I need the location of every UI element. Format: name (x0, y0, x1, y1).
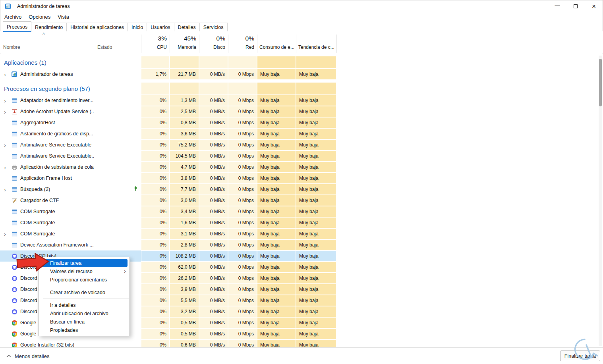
process-row-google-installer-32-bits[interactable]: Google Installer (32 bits)0%0,6 MB0 MB/s… (0, 339, 603, 347)
column-header-red[interactable]: 0%Red (228, 31, 257, 53)
column-header-nombre[interactable]: Nombre (3, 44, 20, 50)
cell-net: 0 Mbps (228, 306, 257, 317)
process-row-antimalware-service-executable[interactable]: Antimalware Service Executable...0%104,5… (0, 150, 603, 162)
cell-trend: Muy baja (296, 262, 336, 273)
cell-mem: 5,5 MB (170, 295, 199, 306)
cell-trend: Muy baja (296, 150, 336, 162)
process-row-com-surrogate[interactable]: COM Surrogate0%3,4 MB0 MB/s0 MbpsMuy baj… (0, 206, 603, 217)
expand-chevron-icon[interactable]: › (4, 71, 11, 77)
column-header-cpu[interactable]: 3%CPU (141, 31, 170, 53)
minimize-button[interactable]: — (548, 0, 566, 13)
cell-net: 0 Mbps (228, 228, 257, 239)
process-row-aggregatorhost[interactable]: AggregatorHost0%0,8 MB0 MB/s0 MbpsMuy ba… (0, 117, 603, 128)
cell-cpu: 0% (141, 95, 170, 106)
process-row-aislamiento-de-gr-ficos-de-disp[interactable]: Aislamiento de gráficos de disp...0%3,6 … (0, 128, 603, 139)
expand-chevron-icon[interactable]: › (4, 142, 11, 148)
cell-disk: 0 MB/s (199, 262, 228, 273)
group-header-procesos-en-segundo-plano-57[interactable]: Procesos en segundo plano (57) (0, 82, 603, 95)
process-row-adobe-acrobat-update-service[interactable]: ›Adobe Acrobat Update Service (...0%2,5 … (0, 106, 603, 117)
process-row-device-association-framework[interactable]: Device Association Framework ...0%2,8 MB… (0, 239, 603, 250)
less-details-toggle[interactable]: Menos detalles (6, 353, 49, 359)
cell-cpu: 0% (141, 250, 170, 262)
column-header-consumo-de-e[interactable]: Consumo de e... (257, 31, 296, 53)
tab-rendimiento[interactable]: Rendimiento (31, 23, 67, 32)
cell-power: Muy baja (257, 239, 296, 250)
close-button[interactable]: × (585, 0, 603, 13)
expand-chevron-icon[interactable]: › (4, 164, 11, 170)
cell-power: Muy baja (257, 95, 296, 106)
column-header-estado[interactable]: Estado (97, 44, 112, 50)
process-row-adaptador-de-rendimiento-inver[interactable]: ›Adaptador de rendimiento inver...0%1,3 … (0, 95, 603, 106)
context-menu: Finalizar tareaValores del recurso›Propo… (39, 257, 130, 336)
menu-archivo[interactable]: Archivo (1, 13, 25, 21)
context-menu-item-crear-archivo-de-volcado[interactable]: Crear archivo de volcado (39, 288, 129, 297)
process-row-administrador-de-tareas[interactable]: ›Administrador de tareas1,7%21,7 MB0 MB/… (0, 69, 603, 80)
tab-historial-de-aplicaciones[interactable]: Historial de aplicaciones (66, 23, 128, 32)
cell-trend: Muy baja (296, 339, 336, 347)
group-header-aplicaciones-1[interactable]: Aplicaciones (1) (0, 56, 603, 69)
cell-mem: 62,0 MB (170, 262, 199, 273)
process-row-aplicaci-n-de-subsistema-de-cola[interactable]: ›Aplicación de subsistema de cola0%4,7 M… (0, 162, 603, 173)
process-row-application-frame-host[interactable]: Application Frame Host0%3,8 MB0 MB/s0 Mb… (0, 173, 603, 184)
expand-chevron-icon[interactable]: › (4, 98, 11, 104)
context-menu-item-ir-a-detalles[interactable]: Ir a detalles (39, 301, 129, 309)
menu-bar: ArchivoOpcionesVista (1, 12, 73, 21)
tab-usuarios[interactable]: Usuarios (147, 23, 174, 32)
cell-mem: 2,5 MB (170, 106, 199, 117)
tab-strip: ProcesosRendimientoHistorial de aplicaci… (3, 21, 227, 32)
cell-cpu: 0% (141, 317, 170, 328)
google-icon (11, 331, 17, 337)
column-header-tendencia-de-c[interactable]: Tendencia de c... (296, 31, 336, 53)
cell-net: 0 Mbps (228, 195, 257, 206)
expand-chevron-icon[interactable]: › (4, 187, 11, 193)
menu-item-label: Proporcionar comentarios (50, 277, 107, 283)
menu-opciones[interactable]: Opciones (25, 13, 54, 21)
end-task-button[interactable]: Finalizar tarea (560, 351, 600, 361)
menu-vista[interactable]: Vista (54, 13, 73, 21)
cell-cpu: 0% (141, 106, 170, 117)
tab-procesos[interactable]: Procesos (3, 21, 31, 32)
cell-power (257, 56, 296, 69)
menu-item-label: Valores del recurso (50, 269, 93, 274)
expand-chevron-icon[interactable]: › (4, 109, 11, 115)
vertical-scrollbar[interactable] (599, 56, 602, 346)
process-row-com-surrogate[interactable]: COM Surrogate0%1,6 MB0 MB/s0 MbpsMuy baj… (0, 217, 603, 228)
process-row-com-surrogate[interactable]: ›COM Surrogate0%3,1 MB0 MB/s0 MbpsMuy ba… (0, 228, 603, 239)
cell-disk: 0 MB/s (199, 250, 228, 262)
menu-item-label: Crear archivo de volcado (50, 290, 105, 295)
cell-cpu: 0% (141, 284, 170, 295)
window-icon (11, 131, 17, 137)
tab-servicios[interactable]: Servicios (199, 23, 228, 32)
cell-mem: 0,8 MB (170, 117, 199, 128)
cell-power: Muy baja (257, 250, 296, 262)
context-menu-item-propiedades[interactable]: Propiedades (39, 326, 129, 334)
context-menu-item-finalizar-tarea[interactable]: Finalizar tarea (41, 259, 128, 267)
context-menu-item-proporcionar-comentarios[interactable]: Proporcionar comentarios (39, 275, 129, 284)
process-row-cargador-de-ctf[interactable]: Cargador de CTF0%3,0 MB0 MB/s0 MbpsMuy b… (0, 195, 603, 206)
window-icon (11, 208, 17, 215)
maximize-button[interactable] (566, 0, 585, 13)
process-name-label: Antimalware Service Executable... (20, 153, 94, 159)
cell-power: Muy baja (257, 262, 296, 273)
less-details-label: Menos detalles (15, 353, 49, 359)
red-arrow-annotation (16, 252, 50, 273)
context-menu-item-valores-del-recurso[interactable]: Valores del recurso› (39, 267, 129, 275)
tab-inicio[interactable]: Inicio (128, 23, 147, 32)
cell-power: Muy baja (257, 339, 296, 347)
process-name-label: Google Installer (32 bits) (20, 342, 74, 347)
process-row-antimalware-service-executable[interactable]: ›Antimalware Service Executable0%75,2 MB… (0, 139, 603, 150)
column-label: Disco (213, 44, 225, 50)
window-icon (11, 242, 17, 248)
column-header-disco[interactable]: 0%Disco (199, 31, 228, 53)
expand-chevron-icon[interactable]: › (4, 231, 11, 237)
cell-trend: Muy baja (296, 239, 336, 250)
column-header-memoria[interactable]: 45%Memoria (170, 31, 199, 53)
cell-cpu: 0% (141, 328, 170, 339)
status-cell (94, 195, 141, 206)
context-menu-item-buscar-en-l-nea[interactable]: Buscar en línea (39, 318, 129, 326)
tab-detalles[interactable]: Detalles (174, 23, 200, 32)
cell-mem (170, 82, 199, 95)
process-row-b-squeda-2[interactable]: ›Búsqueda (2)0%7,7 MB0 MB/s0 MbpsMuy baj… (0, 184, 603, 195)
scrollbar-thumb[interactable] (599, 59, 602, 106)
context-menu-item-abrir-ubicaci-n-del-archivo[interactable]: Abrir ubicación del archivo (39, 309, 129, 318)
